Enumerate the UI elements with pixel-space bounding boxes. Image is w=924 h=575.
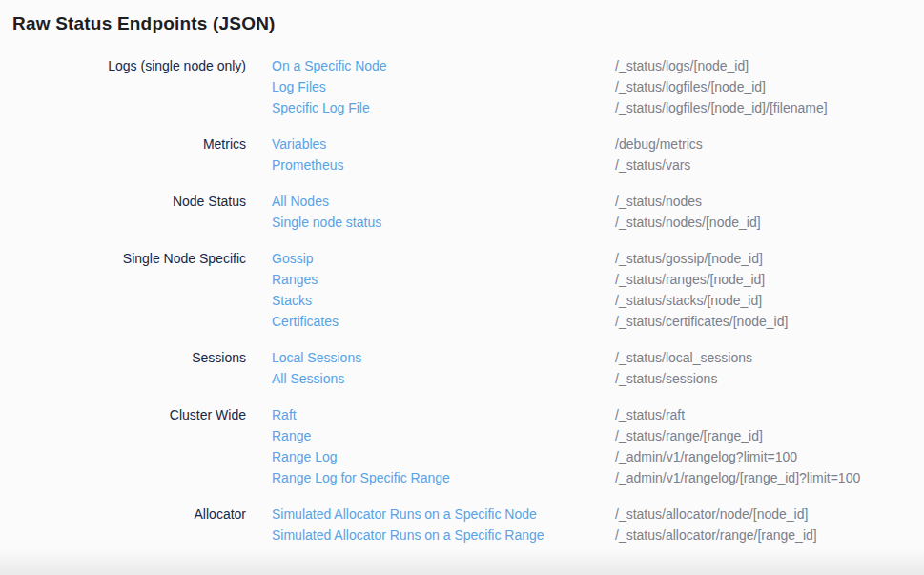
endpoint-section-row: Single Node SpecificGossipRangesStacksCe… xyxy=(12,248,924,347)
endpoint-path: /_status/logs/[node_id] xyxy=(615,55,924,76)
endpoint-link-line: Gossip xyxy=(272,248,615,269)
endpoint-path: /debug/metrics xyxy=(615,133,924,154)
page-title: Raw Status Endpoints (JSON) xyxy=(12,12,924,34)
endpoint-link[interactable]: Range Log for Specific Range xyxy=(272,470,450,485)
endpoint-path: /_status/certificates/[node_id] xyxy=(615,311,924,332)
endpoint-link[interactable]: Range Log xyxy=(272,449,338,464)
endpoint-link[interactable]: Variables xyxy=(272,136,326,152)
endpoint-link[interactable]: All Sessions xyxy=(272,371,344,386)
endpoint-paths-column: /_status/gossip/[node_id]/_status/ranges… xyxy=(615,248,924,347)
endpoint-link-line: Single node status xyxy=(272,212,615,233)
endpoint-path: /_status/logfiles/[node_id] xyxy=(615,76,924,97)
endpoint-path: /_status/raft xyxy=(615,404,924,425)
endpoint-link[interactable]: Simulated Allocator Runs on a Specific N… xyxy=(272,506,537,522)
endpoint-link[interactable]: On a Specific Node xyxy=(272,58,387,73)
endpoint-link-line: Certificates xyxy=(272,311,615,332)
endpoint-path: /_status/range/[range_id] xyxy=(615,425,924,446)
endpoint-paths-column: /_status/raft/_status/range/[range_id]/_… xyxy=(615,404,924,503)
endpoint-path: /_status/ranges/[node_id] xyxy=(615,269,924,290)
endpoints-table-body: Logs (single node only)On a Specific Nod… xyxy=(12,55,924,561)
endpoint-paths-column: /_status/allocator/node/[node_id]/_statu… xyxy=(615,503,924,561)
endpoint-links-column: On a Specific NodeLog FilesSpecific Log … xyxy=(272,55,615,133)
endpoint-path: /_status/nodes xyxy=(615,191,924,212)
endpoint-path: /_status/vars xyxy=(615,154,924,175)
endpoint-section-row: Cluster WideRaftRangeRange LogRange Log … xyxy=(12,404,924,503)
endpoint-link[interactable]: Single node status xyxy=(272,215,381,230)
endpoint-paths-column: /_status/logs/[node_id]/_status/logfiles… xyxy=(615,55,924,133)
endpoint-path: /_status/local_sessions xyxy=(615,347,924,368)
endpoint-section-row: AllocatorSimulated Allocator Runs on a S… xyxy=(12,503,924,561)
endpoint-link-line: Log Files xyxy=(272,76,615,97)
endpoint-link[interactable]: Stacks xyxy=(272,293,312,308)
endpoint-links-column: All NodesSingle node status xyxy=(272,191,615,248)
endpoint-paths-column: /_status/local_sessions/_status/sessions xyxy=(615,347,924,404)
endpoint-path: /_status/allocator/range/[range_id] xyxy=(615,524,924,545)
endpoint-path: /_status/stacks/[node_id] xyxy=(615,290,924,311)
endpoint-link-line: Simulated Allocator Runs on a Specific N… xyxy=(272,503,615,524)
category-label: Cluster Wide xyxy=(12,404,272,503)
endpoint-links-column: GossipRangesStacksCertificates xyxy=(272,248,615,347)
endpoint-path: /_status/nodes/[node_id] xyxy=(615,212,924,233)
endpoint-paths-column: /_status/nodes/_status/nodes/[node_id] xyxy=(615,191,924,248)
endpoint-link-line: Ranges xyxy=(272,269,615,290)
endpoint-section-row: Node StatusAll NodesSingle node status/_… xyxy=(12,191,924,248)
endpoint-link-line: On a Specific Node xyxy=(272,55,615,76)
endpoint-link[interactable]: Gossip xyxy=(272,251,314,266)
endpoint-links-column: VariablesPrometheus xyxy=(272,133,615,191)
endpoint-link[interactable]: Local Sessions xyxy=(272,350,361,365)
endpoint-path: /_status/logfiles/[node_id]/[filename] xyxy=(615,97,924,118)
endpoint-link-line: Raft xyxy=(272,404,615,425)
endpoint-links-column: Local SessionsAll Sessions xyxy=(272,347,615,404)
endpoint-link[interactable]: All Nodes xyxy=(272,194,329,209)
endpoint-links-column: Simulated Allocator Runs on a Specific N… xyxy=(272,503,615,561)
endpoint-link-line: Range Log xyxy=(272,446,615,467)
endpoint-link-line: Range xyxy=(272,425,615,446)
endpoint-link[interactable]: Ranges xyxy=(272,272,318,287)
endpoint-link-line: Simulated Allocator Runs on a Specific R… xyxy=(272,524,615,545)
endpoint-link[interactable]: Log Files xyxy=(272,79,326,94)
endpoint-link-line: Local Sessions xyxy=(272,347,615,368)
endpoint-paths-column: /debug/metrics/_status/vars xyxy=(615,133,924,191)
endpoint-link-line: Variables xyxy=(272,133,615,154)
endpoint-link-line: Stacks xyxy=(272,290,615,311)
endpoints-table: Logs (single node only)On a Specific Nod… xyxy=(12,55,924,561)
endpoint-link[interactable]: Simulated Allocator Runs on a Specific R… xyxy=(272,527,544,543)
endpoint-link-line: All Sessions xyxy=(272,368,615,389)
endpoint-link[interactable]: Prometheus xyxy=(272,157,343,173)
endpoint-section-row: MetricsVariablesPrometheus/debug/metrics… xyxy=(12,133,924,191)
endpoint-link[interactable]: Specific Log File xyxy=(272,100,370,115)
endpoint-path: /_status/gossip/[node_id] xyxy=(615,248,924,269)
endpoint-link[interactable]: Raft xyxy=(272,407,297,422)
endpoint-section-row: Logs (single node only)On a Specific Nod… xyxy=(12,55,924,133)
endpoint-link-line: Specific Log File xyxy=(272,97,615,118)
category-label: Logs (single node only) xyxy=(12,55,272,133)
endpoint-path: /_admin/v1/rangelog?limit=100 xyxy=(615,446,924,467)
endpoint-section-row: SessionsLocal SessionsAll Sessions/_stat… xyxy=(12,347,924,404)
endpoint-path: /_status/allocator/node/[node_id] xyxy=(615,503,924,524)
endpoint-link[interactable]: Certificates xyxy=(272,314,339,329)
endpoint-link-line: Prometheus xyxy=(272,154,615,175)
category-label: Sessions xyxy=(12,347,272,404)
endpoint-path: /_admin/v1/rangelog/[range_id]?limit=100 xyxy=(615,467,924,488)
endpoint-path: /_status/sessions xyxy=(615,368,924,389)
endpoint-links-column: RaftRangeRange LogRange Log for Specific… xyxy=(272,404,615,503)
category-label: Node Status xyxy=(12,191,272,248)
endpoint-link[interactable]: Range xyxy=(272,428,311,443)
debug-endpoints-page: Raw Status Endpoints (JSON) Logs (single… xyxy=(0,0,924,561)
category-label: Single Node Specific xyxy=(12,248,272,347)
category-label: Allocator xyxy=(12,503,272,561)
endpoint-link-line: Range Log for Specific Range xyxy=(272,467,615,488)
category-label: Metrics xyxy=(12,133,272,191)
endpoint-link-line: All Nodes xyxy=(272,191,615,212)
